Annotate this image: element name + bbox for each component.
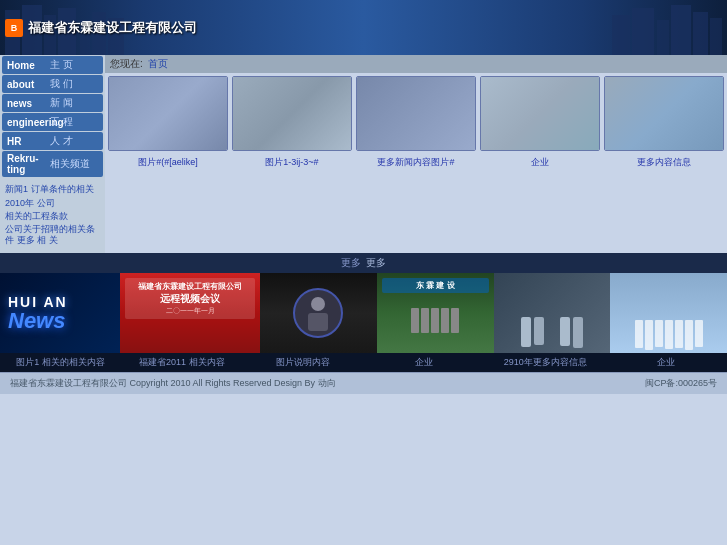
nav-engineering[interactable]: engineering 工 程 bbox=[2, 113, 103, 131]
svg-rect-14 bbox=[308, 313, 328, 331]
svg-rect-12 bbox=[710, 18, 722, 55]
main-layout: Home 主 页 about 我 们 news 新 闻 engineering … bbox=[0, 55, 727, 253]
header: B 福建省东霖建设工程有限公司 bbox=[0, 0, 727, 55]
logo-icon: B bbox=[5, 19, 23, 37]
gallery-captions: 图片1 相关的相关内容 福建省2011 相关内容 图片说明内容 企业 2910年… bbox=[0, 353, 727, 372]
caption-4[interactable]: 更多内容信息 bbox=[604, 156, 724, 169]
company-name: 福建省东霖建设工程有限公司 bbox=[28, 19, 197, 37]
footer-icp: 闽CP备:000265号 bbox=[645, 377, 717, 390]
nav-news-en: news bbox=[7, 98, 47, 109]
svg-rect-9 bbox=[657, 20, 669, 55]
gallery-cap-2[interactable]: 图片说明内容 bbox=[242, 355, 363, 370]
hui-an-news-card[interactable]: HUI AN News bbox=[0, 273, 120, 353]
nav-about-cn: 我 们 bbox=[50, 77, 73, 91]
gallery-photo-5[interactable] bbox=[610, 273, 727, 353]
gallery-photo-2[interactable] bbox=[260, 273, 377, 353]
sidebar: Home 主 页 about 我 们 news 新 闻 engineering … bbox=[0, 55, 105, 253]
breadcrumb-home[interactable]: 首页 bbox=[148, 57, 168, 71]
sidebar-news-2[interactable]: 相关的工程条款 bbox=[5, 210, 100, 223]
sidebar-news-1[interactable]: 2010年 公司 bbox=[5, 197, 100, 210]
nav-eng-en: engineering bbox=[7, 117, 47, 128]
breadcrumb-label: 您现在: bbox=[110, 57, 143, 71]
gallery-cap-0[interactable]: 图片1 相关的相关内容 bbox=[0, 355, 121, 370]
nav-hr-en: HR bbox=[7, 136, 47, 147]
nav-hr[interactable]: HR 人 才 bbox=[2, 132, 103, 150]
main-content: 您现在: 首页 bbox=[105, 55, 727, 253]
nav-about[interactable]: about 我 们 bbox=[2, 75, 103, 93]
gallery-cap-1[interactable]: 福建省2011 相关内容 bbox=[121, 355, 242, 370]
nav-news-cn: 新 闻 bbox=[50, 96, 73, 110]
gallery-section: 更多 更多 HUI AN News 福建省东霖建设工程有限公司 远程视频会议 二… bbox=[0, 253, 727, 372]
breadcrumb-bar: 您现在: 首页 bbox=[105, 55, 727, 73]
gallery-cap-4[interactable]: 2910年更多内容信息 bbox=[485, 355, 606, 370]
photo-captions: 图片#(#[aelike] 图片1-3ij-3~# 更多新闻内容图片# 企业 更… bbox=[108, 156, 724, 169]
caption-1[interactable]: 图片1-3ij-3~# bbox=[232, 156, 352, 169]
caption-2[interactable]: 更多新闻内容图片# bbox=[356, 156, 476, 169]
gallery-more-link[interactable]: 更多 bbox=[366, 256, 386, 270]
photo-3[interactable] bbox=[356, 76, 476, 151]
nav-news[interactable]: news 新 闻 bbox=[2, 94, 103, 112]
caption-0[interactable]: 图片#(#[aelike] bbox=[108, 156, 228, 169]
svg-rect-8 bbox=[632, 8, 654, 55]
nav-about-en: about bbox=[7, 79, 47, 90]
photo-grid bbox=[108, 76, 724, 151]
photo-2[interactable] bbox=[232, 76, 352, 151]
photo-1[interactable] bbox=[108, 76, 228, 151]
photo-5[interactable] bbox=[604, 76, 724, 151]
caption-3[interactable]: 企业 bbox=[480, 156, 600, 169]
gallery-cap-3[interactable]: 企业 bbox=[364, 355, 485, 370]
gallery-header: 更多 更多 bbox=[0, 253, 727, 273]
nav-eng-cn: 工 程 bbox=[50, 115, 73, 129]
photo-4[interactable] bbox=[480, 76, 600, 151]
gallery-photo-4[interactable] bbox=[494, 273, 611, 353]
header-logo: B 福建省东霖建设工程有限公司 bbox=[5, 19, 197, 37]
nav-home[interactable]: Home 主 页 bbox=[2, 56, 103, 74]
nav-rek-en: Rekru-ting bbox=[7, 153, 47, 175]
gallery-photo-1[interactable]: 福建省东霖建设工程有限公司 远程视频会议 二〇一一年一月 bbox=[120, 273, 260, 353]
gallery-grid: HUI AN News 福建省东霖建设工程有限公司 远程视频会议 二〇一一年一月 bbox=[0, 273, 727, 353]
footer-copyright: 福建省东霖建设工程有限公司 Copyright 2010 All Rights … bbox=[10, 377, 336, 390]
nav-rekruting[interactable]: Rekru-ting 相关频道 bbox=[2, 151, 103, 177]
svg-rect-10 bbox=[671, 5, 691, 55]
nav-rek-cn: 相关频道 bbox=[50, 157, 90, 171]
gallery-photo-3[interactable]: 东 霖 建 设 bbox=[377, 273, 494, 353]
gallery-cap-5[interactable]: 企业 bbox=[606, 355, 727, 370]
svg-point-13 bbox=[311, 297, 325, 311]
nav-home-cn: 主 页 bbox=[50, 58, 73, 72]
nav-home-en: Home bbox=[7, 60, 47, 71]
nav-hr-cn: 人 才 bbox=[50, 134, 73, 148]
sidebar-news-0[interactable]: 新闻1 订单条件的相关 bbox=[5, 183, 100, 196]
sidebar-news-area: 新闻1 订单条件的相关 2010年 公司 相关的工程条款 公司关于招聘的相关条件… bbox=[0, 178, 105, 253]
svg-rect-11 bbox=[693, 12, 708, 55]
gallery-title: 更多 bbox=[341, 256, 361, 270]
sidebar-news-3[interactable]: 公司关于招聘的相关条件 更多 相 关 bbox=[5, 224, 100, 247]
footer: 福建省东霖建设工程有限公司 Copyright 2010 All Rights … bbox=[0, 372, 727, 394]
svg-rect-7 bbox=[612, 15, 630, 55]
hui-an-title-news: News bbox=[8, 310, 68, 332]
